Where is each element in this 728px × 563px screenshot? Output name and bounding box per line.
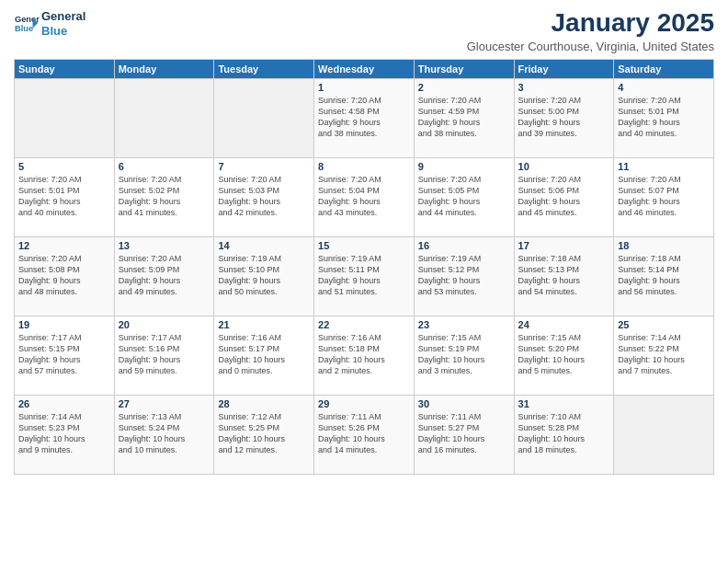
day-info: Sunrise: 7:18 AM Sunset: 5:13 PM Dayligh… <box>518 253 610 298</box>
calendar-cell: 23Sunrise: 7:15 AM Sunset: 5:19 PM Dayli… <box>414 316 514 395</box>
calendar-cell: 8Sunrise: 7:20 AM Sunset: 5:04 PM Daylig… <box>314 157 415 236</box>
day-number: 7 <box>218 161 310 172</box>
month-title: January 2025 <box>467 9 714 38</box>
calendar-cell <box>214 78 314 157</box>
day-info: Sunrise: 7:12 AM Sunset: 5:25 PM Dayligh… <box>218 411 310 456</box>
day-info: Sunrise: 7:20 AM Sunset: 5:02 PM Dayligh… <box>119 174 210 219</box>
day-info: Sunrise: 7:18 AM Sunset: 5:14 PM Dayligh… <box>618 253 710 298</box>
calendar-page: General Blue General Blue January 2025 G… <box>0 0 728 563</box>
weekday-header-tuesday: Tuesday <box>214 59 314 78</box>
calendar-cell: 12Sunrise: 7:20 AM Sunset: 5:08 PM Dayli… <box>15 236 115 316</box>
day-info: Sunrise: 7:20 AM Sunset: 5:00 PM Dayligh… <box>518 95 610 140</box>
day-number: 4 <box>618 82 710 93</box>
calendar-cell: 2Sunrise: 7:20 AM Sunset: 4:59 PM Daylig… <box>414 78 514 157</box>
calendar-cell: 1Sunrise: 7:20 AM Sunset: 4:58 PM Daylig… <box>314 78 415 157</box>
day-number: 21 <box>218 319 310 330</box>
title-block: January 2025 Gloucester Courthouse, Virg… <box>467 9 714 53</box>
calendar-cell: 31Sunrise: 7:10 AM Sunset: 5:28 PM Dayli… <box>514 395 614 474</box>
day-info: Sunrise: 7:19 AM Sunset: 5:11 PM Dayligh… <box>318 253 410 298</box>
location-title: Gloucester Courthouse, Virginia, United … <box>467 40 714 53</box>
day-number: 27 <box>119 398 210 409</box>
day-info: Sunrise: 7:17 AM Sunset: 5:15 PM Dayligh… <box>18 332 110 377</box>
calendar-cell: 22Sunrise: 7:16 AM Sunset: 5:18 PM Dayli… <box>314 316 415 395</box>
calendar-cell: 24Sunrise: 7:15 AM Sunset: 5:20 PM Dayli… <box>514 316 614 395</box>
day-info: Sunrise: 7:17 AM Sunset: 5:16 PM Dayligh… <box>119 332 210 377</box>
day-number: 18 <box>618 240 710 251</box>
day-number: 9 <box>418 161 510 172</box>
day-number: 29 <box>318 398 410 409</box>
day-info: Sunrise: 7:20 AM Sunset: 5:05 PM Dayligh… <box>418 174 510 219</box>
calendar-cell: 17Sunrise: 7:18 AM Sunset: 5:13 PM Dayli… <box>514 236 614 316</box>
calendar-cell: 16Sunrise: 7:19 AM Sunset: 5:12 PM Dayli… <box>414 236 514 316</box>
day-info: Sunrise: 7:20 AM Sunset: 5:01 PM Dayligh… <box>18 174 110 219</box>
day-info: Sunrise: 7:20 AM Sunset: 5:03 PM Dayligh… <box>218 174 310 219</box>
day-number: 20 <box>119 319 210 330</box>
day-number: 13 <box>119 240 210 251</box>
calendar-cell: 10Sunrise: 7:20 AM Sunset: 5:06 PM Dayli… <box>514 157 614 236</box>
day-info: Sunrise: 7:16 AM Sunset: 5:17 PM Dayligh… <box>218 332 310 377</box>
calendar-cell: 3Sunrise: 7:20 AM Sunset: 5:00 PM Daylig… <box>514 78 614 157</box>
day-number: 6 <box>119 161 210 172</box>
calendar-cell: 14Sunrise: 7:19 AM Sunset: 5:10 PM Dayli… <box>214 236 314 316</box>
calendar-cell <box>15 78 115 157</box>
day-number: 19 <box>18 319 110 330</box>
calendar-cell: 13Sunrise: 7:20 AM Sunset: 5:09 PM Dayli… <box>114 236 214 316</box>
header: General Blue General Blue January 2025 G… <box>14 9 714 53</box>
day-info: Sunrise: 7:11 AM Sunset: 5:26 PM Dayligh… <box>318 411 410 456</box>
day-info: Sunrise: 7:10 AM Sunset: 5:28 PM Dayligh… <box>518 411 610 456</box>
day-number: 31 <box>518 398 610 409</box>
day-number: 14 <box>218 240 310 251</box>
day-number: 28 <box>218 398 310 409</box>
day-number: 22 <box>318 319 410 330</box>
day-number: 26 <box>18 398 110 409</box>
calendar-table: SundayMondayTuesdayWednesdayThursdayFrid… <box>14 59 714 475</box>
weekday-header-sunday: Sunday <box>15 59 115 78</box>
day-info: Sunrise: 7:20 AM Sunset: 5:04 PM Dayligh… <box>318 174 410 219</box>
day-info: Sunrise: 7:13 AM Sunset: 5:24 PM Dayligh… <box>119 411 210 456</box>
weekday-header-saturday: Saturday <box>614 59 714 78</box>
day-number: 5 <box>18 161 110 172</box>
day-number: 30 <box>418 398 510 409</box>
calendar-cell: 6Sunrise: 7:20 AM Sunset: 5:02 PM Daylig… <box>114 157 214 236</box>
day-info: Sunrise: 7:20 AM Sunset: 5:06 PM Dayligh… <box>518 174 610 219</box>
day-number: 12 <box>18 240 110 251</box>
day-info: Sunrise: 7:19 AM Sunset: 5:12 PM Dayligh… <box>418 253 510 298</box>
day-number: 2 <box>418 82 510 93</box>
weekday-header-thursday: Thursday <box>414 59 514 78</box>
day-info: Sunrise: 7:20 AM Sunset: 4:58 PM Dayligh… <box>318 95 410 140</box>
day-number: 8 <box>318 161 410 172</box>
svg-text:Blue: Blue <box>15 24 33 33</box>
calendar-cell: 30Sunrise: 7:11 AM Sunset: 5:27 PM Dayli… <box>414 395 514 474</box>
logo-text: General Blue <box>41 9 85 38</box>
calendar-cell: 9Sunrise: 7:20 AM Sunset: 5:05 PM Daylig… <box>414 157 514 236</box>
calendar-cell: 4Sunrise: 7:20 AM Sunset: 5:01 PM Daylig… <box>614 78 714 157</box>
day-info: Sunrise: 7:19 AM Sunset: 5:10 PM Dayligh… <box>218 253 310 298</box>
day-number: 17 <box>518 240 610 251</box>
calendar-cell <box>114 78 214 157</box>
calendar-cell <box>614 395 714 474</box>
calendar-cell: 20Sunrise: 7:17 AM Sunset: 5:16 PM Dayli… <box>114 316 214 395</box>
calendar-cell: 18Sunrise: 7:18 AM Sunset: 5:14 PM Dayli… <box>614 236 714 316</box>
calendar-cell: 25Sunrise: 7:14 AM Sunset: 5:22 PM Dayli… <box>614 316 714 395</box>
day-info: Sunrise: 7:11 AM Sunset: 5:27 PM Dayligh… <box>418 411 510 456</box>
day-info: Sunrise: 7:14 AM Sunset: 5:23 PM Dayligh… <box>18 411 110 456</box>
day-number: 1 <box>318 82 410 93</box>
calendar-cell: 11Sunrise: 7:20 AM Sunset: 5:07 PM Dayli… <box>614 157 714 236</box>
calendar-cell: 26Sunrise: 7:14 AM Sunset: 5:23 PM Dayli… <box>15 395 115 474</box>
weekday-header-wednesday: Wednesday <box>314 59 415 78</box>
day-info: Sunrise: 7:15 AM Sunset: 5:19 PM Dayligh… <box>418 332 510 377</box>
calendar-cell: 29Sunrise: 7:11 AM Sunset: 5:26 PM Dayli… <box>314 395 415 474</box>
day-info: Sunrise: 7:14 AM Sunset: 5:22 PM Dayligh… <box>618 332 710 377</box>
day-info: Sunrise: 7:16 AM Sunset: 5:18 PM Dayligh… <box>318 332 410 377</box>
day-number: 3 <box>518 82 610 93</box>
calendar-cell: 27Sunrise: 7:13 AM Sunset: 5:24 PM Dayli… <box>114 395 214 474</box>
day-number: 16 <box>418 240 510 251</box>
logo: General Blue General Blue <box>14 9 85 38</box>
day-number: 15 <box>318 240 410 251</box>
day-number: 11 <box>618 161 710 172</box>
weekday-header-monday: Monday <box>114 59 214 78</box>
day-number: 25 <box>618 319 710 330</box>
calendar-cell: 19Sunrise: 7:17 AM Sunset: 5:15 PM Dayli… <box>15 316 115 395</box>
calendar-cell: 15Sunrise: 7:19 AM Sunset: 5:11 PM Dayli… <box>314 236 415 316</box>
weekday-header-friday: Friday <box>514 59 614 78</box>
